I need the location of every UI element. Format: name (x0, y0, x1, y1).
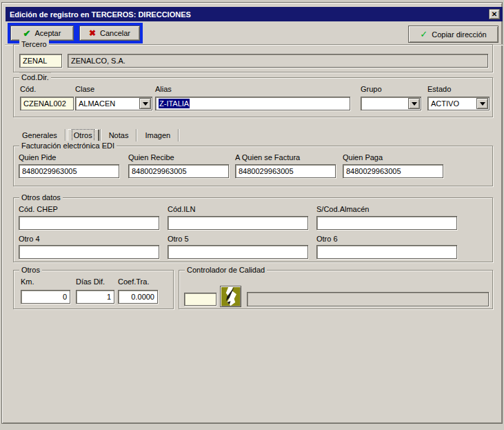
group-tercero-legend: Tercero (19, 39, 49, 49)
tercero-name-value: ZENALCO, S.A. (71, 57, 125, 65)
grupo-combobox[interactable] (361, 97, 421, 110)
a-quien-se-factura-field[interactable]: 8480029963005 (235, 164, 336, 178)
scod-almacen-field[interactable] (316, 216, 457, 230)
group-edi-legend: Facturación electrónica EDI (19, 141, 117, 150)
copy-address-button[interactable]: ✓ Copiar dirección (408, 26, 498, 43)
alias-selected-text: Z-ITALIA (159, 99, 190, 108)
field-label: Otro 5 (168, 235, 189, 243)
tab-label: Generales (22, 131, 57, 139)
field-label: Clase (75, 85, 94, 93)
quien-recibe-field[interactable]: 8480029963005 (128, 164, 229, 178)
chevron-down-icon (412, 102, 417, 108)
estado-combobox[interactable]: ACTIVO (427, 97, 490, 110)
field-label: Estado (427, 85, 451, 93)
window-title: Edición de registro en TERCEROS: DIRECCI… (10, 10, 191, 19)
field-label: S/Cod.Almacén (316, 205, 369, 213)
tab-separator (65, 129, 66, 141)
check-icon: ✔ (23, 29, 31, 38)
coef-tra-field[interactable]: 0.0000 (118, 290, 158, 304)
group-cod-dir: Cod.Dir. Cód. Clase Alias Grupo Estado C… (13, 77, 493, 117)
writing-hand-icon (221, 287, 240, 306)
x-icon: ✖ (89, 29, 96, 37)
alias-field[interactable]: Z-ITALIA (155, 97, 350, 110)
field-label: Alias (155, 85, 172, 93)
field-label: Cód.ILN (168, 205, 195, 213)
quien-paga-value: 8480029963005 (346, 167, 401, 175)
check-icon: ✓ (420, 30, 427, 39)
cancel-focus-frame: ✖ Cancelar (77, 23, 143, 43)
accept-button-label: Aceptar (34, 29, 61, 37)
close-button[interactable]: ✕ (489, 9, 500, 19)
field-label: Días Dif. (76, 277, 105, 286)
accept-button[interactable]: ✔ Aceptar (10, 26, 74, 41)
field-label: Cód. CHEP (19, 205, 58, 213)
tab-otros[interactable]: Otros (68, 129, 99, 141)
copy-address-button-label: Copiar dirección (432, 30, 486, 39)
group-otros-datos: Otros datos Cód. CHEP Cód.ILN S/Cod.Alma… (13, 197, 493, 262)
clase-combobox[interactable]: ALMACEN (75, 97, 152, 110)
group-otros-legend: Otros (19, 265, 42, 275)
estado-value: ACTIVO (431, 99, 459, 108)
chevron-down-icon (480, 102, 485, 108)
screen: Edición de registro en TERCEROS: DIRECCI… (0, 0, 504, 430)
dias-dif-value: 1 (107, 293, 111, 301)
tab-generales[interactable]: Generales (16, 130, 63, 141)
dias-dif-field[interactable]: 1 (76, 290, 114, 304)
group-tercero: Tercero ZENAL ZENALCO, S.A. (13, 44, 493, 72)
cod-value: CZENAL002 (23, 99, 66, 108)
quality-controller-lookup-button[interactable] (220, 286, 241, 307)
quien-paga-field[interactable]: 8480029963005 (343, 164, 443, 178)
controlador-code-field[interactable] (184, 293, 216, 306)
cancel-button-label: Cancelar (100, 29, 130, 37)
group-controlador-legend: Controlador de Calidad (185, 265, 267, 275)
otro-6-field[interactable] (316, 245, 457, 259)
km-field[interactable]: 0 (21, 290, 70, 304)
tercero-name-field: ZENALCO, S.A. (68, 54, 488, 68)
tab-label: Notas (109, 131, 129, 139)
km-value: 0 (63, 293, 67, 301)
group-cod-dir-legend: Cod.Dir. (19, 72, 51, 82)
clase-dropdown-button[interactable] (139, 98, 151, 109)
title-bar: Edición de registro en TERCEROS: DIRECCI… (6, 7, 503, 21)
field-label: Quien Pide (19, 153, 56, 162)
quien-pide-field[interactable]: 8480029963005 (19, 164, 119, 178)
a-quien-se-factura-value: 8480029963005 (239, 167, 294, 175)
tab-separator (178, 129, 179, 141)
chevron-down-icon (143, 102, 148, 108)
field-label: A Quien se Factura (235, 153, 300, 162)
field-label: Quien Recibe (128, 153, 174, 162)
close-icon: ✕ (492, 10, 497, 18)
tab-imagen[interactable]: Imagen (139, 130, 177, 141)
otro-4-field[interactable] (19, 245, 159, 259)
cod-field[interactable]: CZENAL002 (20, 97, 74, 110)
field-label: Grupo (361, 85, 382, 93)
tab-separator (100, 129, 101, 141)
field-label: Coef.Tra. (118, 277, 149, 286)
estado-dropdown-button[interactable] (476, 98, 488, 109)
group-edi: Facturación electrónica EDI Quien Pide Q… (13, 146, 493, 186)
coef-tra-value: 0.0000 (131, 293, 154, 301)
field-label: Otro 6 (316, 235, 338, 243)
controlador-name-field (247, 292, 489, 306)
clase-value: ALMACEN (79, 99, 115, 108)
field-label: Quien Paga (343, 153, 383, 162)
cod-chep-field[interactable] (19, 216, 159, 230)
tercero-code-field[interactable]: ZENAL (19, 54, 62, 68)
tercero-code-value: ZENAL (23, 57, 47, 65)
otro-5-field[interactable] (168, 245, 308, 259)
dialog-window: Edición de registro en TERCEROS: DIRECCI… (1, 2, 503, 424)
tab-notas[interactable]: Notas (103, 130, 135, 141)
field-label: Km. (21, 277, 34, 286)
tab-separator (136, 129, 137, 141)
cancel-button[interactable]: ✖ Cancelar (79, 26, 140, 41)
grupo-dropdown-button[interactable] (408, 98, 420, 109)
cod-iln-field[interactable] (168, 216, 308, 230)
group-controlador: Controlador de Calidad (179, 270, 493, 309)
field-label: Cód. (20, 85, 36, 93)
quien-recibe-value: 8480029963005 (132, 167, 187, 175)
quien-pide-value: 8480029963005 (22, 167, 77, 175)
tab-label: Otros (74, 131, 92, 139)
group-otros: Otros Km. Días Dif. Coef.Tra. 0 1 0.0000 (13, 270, 174, 309)
group-otros-datos-legend: Otros datos (19, 193, 63, 202)
tab-label: Imagen (145, 131, 170, 139)
